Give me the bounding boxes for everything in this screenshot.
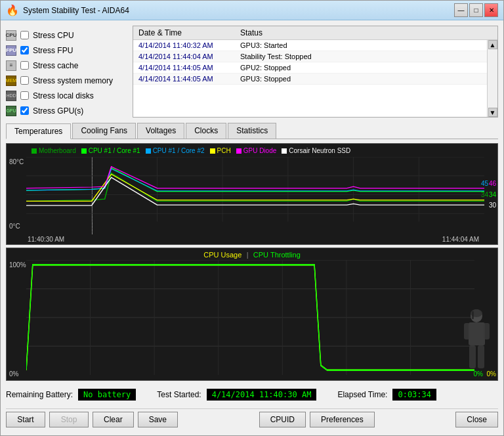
temp-chart-svg xyxy=(26,157,484,232)
stress-gpu-checkbox[interactable] xyxy=(20,106,29,115)
cpu-throttling-label: CPU Throttling xyxy=(253,251,301,259)
stress-memory-label: Stress system memory xyxy=(33,76,113,85)
scroll-down-btn[interactable]: ▼ xyxy=(488,108,497,117)
y-max-label: 80°C xyxy=(9,158,24,165)
stress-options-panel: CPU Stress CPU FPU Stress FPU ≡ Stress c… xyxy=(6,26,127,118)
preferences-button[interactable]: Preferences xyxy=(310,412,375,427)
legend-dot xyxy=(282,148,287,154)
log-body[interactable]: 4/14/2014 11:40:32 AM GPU3: Started 4/14… xyxy=(133,40,487,117)
log-status: GPU2: Stopped xyxy=(238,63,293,72)
charts-section: Motherboard CPU #1 / Core #1 CPU #1 / Co… xyxy=(6,143,498,381)
legend-label: Motherboard xyxy=(39,147,76,154)
character-svg xyxy=(459,308,495,380)
legend-label: PCH xyxy=(217,147,231,154)
legend-label: Corsair Neutron SSD xyxy=(289,147,350,154)
stress-memory-checkbox[interactable] xyxy=(20,76,29,85)
legend-dot xyxy=(81,148,87,154)
log-header: Date & Time Status xyxy=(133,26,497,40)
cpu-usage-label: CPU Usage xyxy=(203,251,242,259)
tab-cooling-fans[interactable]: Cooling Fans xyxy=(72,123,136,139)
log-panel: Date & Time Status 4/14/2014 11:40:32 AM… xyxy=(133,26,498,118)
legend-dot xyxy=(210,148,215,154)
stress-gpu-label: Stress GPU(s) xyxy=(33,106,83,116)
log-header-datetime: Date & Time xyxy=(136,28,238,38)
stress-fpu-checkbox[interactable] xyxy=(20,46,29,54)
cpu-chart-svg xyxy=(26,260,474,375)
window-title: System Stability Test - AIDA64 xyxy=(23,6,129,15)
log-time: 4/14/2014 11:44:05 AM xyxy=(136,74,238,83)
title-controls: — □ ✕ xyxy=(454,3,498,17)
elapsed-label: Elapsed Time: xyxy=(337,390,387,399)
svg-rect-22 xyxy=(464,323,470,339)
y-min-label: 0°C xyxy=(9,223,20,230)
cpu-separator: | xyxy=(247,251,249,259)
legend-dot xyxy=(236,148,242,154)
stress-cache-row: ≡ Stress cache xyxy=(6,58,127,72)
stop-button[interactable]: Stop xyxy=(49,412,89,427)
log-time: 4/14/2014 11:44:05 AM xyxy=(136,63,238,72)
gpu-icon: GPU xyxy=(6,106,16,116)
temperature-chart: Motherboard CPU #1 / Core #1 CPU #1 / Co… xyxy=(6,143,498,245)
tab-temperatures[interactable]: Temperatures xyxy=(6,123,71,139)
log-scrollbar[interactable]: ▲ ▼ xyxy=(487,40,497,117)
start-button[interactable]: Start xyxy=(6,412,45,427)
legend-core1: CPU #1 / Core #1 xyxy=(81,147,140,154)
tab-voltages[interactable]: Voltages xyxy=(137,123,184,139)
tab-clocks[interactable]: Clocks xyxy=(186,123,226,139)
legend-ssd: Corsair Neutron SSD xyxy=(282,147,350,154)
log-time: 4/14/2014 11:40:32 AM xyxy=(136,41,238,50)
log-header-status: Status xyxy=(238,28,265,38)
test-started-value: 4/14/2014 11:40:30 AM xyxy=(207,389,317,401)
top-section: CPU Stress CPU FPU Stress FPU ≡ Stress c… xyxy=(6,26,498,118)
stress-disk-checkbox[interactable] xyxy=(20,91,29,100)
log-status: Stability Test: Stopped xyxy=(238,52,314,61)
stress-fpu-label: Stress FPU xyxy=(33,46,73,55)
minimize-button[interactable]: — xyxy=(454,3,468,17)
log-row: 4/14/2014 11:40:32 AM GPU3: Started xyxy=(133,40,487,51)
chart-tabs: Temperatures Cooling Fans Voltages Clock… xyxy=(6,123,498,139)
svg-rect-25 xyxy=(478,345,484,368)
cpu-icon: CPU xyxy=(6,30,16,41)
log-time: 4/14/2014 11:44:04 AM xyxy=(136,52,238,61)
temp-value-34: 34 xyxy=(489,191,496,198)
legend-label: GPU Diode xyxy=(243,147,277,154)
clear-button[interactable]: Clear xyxy=(93,412,134,427)
stress-disk-row: HDD Stress local disks xyxy=(6,89,127,102)
legend-label: CPU #1 / Core #2 xyxy=(153,147,205,154)
close-button[interactable]: Close xyxy=(455,412,498,427)
x-start-label: 11:40:30 AM xyxy=(28,236,64,243)
log-status: GPU3: Stopped xyxy=(238,74,293,83)
stress-cache-checkbox[interactable] xyxy=(20,61,29,70)
legend-core2: CPU #1 / Core #2 xyxy=(146,147,205,154)
svg-rect-23 xyxy=(484,323,490,339)
temp-legend: Motherboard CPU #1 / Core #1 CPU #1 / Co… xyxy=(26,145,356,156)
legend-dot xyxy=(32,148,37,154)
legend-label: CPU #1 / Core #1 xyxy=(89,147,140,154)
scroll-up-btn[interactable]: ▲ xyxy=(488,40,497,49)
close-window-button[interactable]: ✕ xyxy=(484,3,498,17)
save-button[interactable]: Save xyxy=(138,412,178,427)
log-status: GPU3: Started xyxy=(238,41,290,50)
stress-cpu-checkbox[interactable] xyxy=(20,31,29,39)
legend-dot xyxy=(146,148,151,154)
svg-rect-21 xyxy=(469,322,485,345)
main-window: 🔥 System Stability Test - AIDA64 — □ ✕ C… xyxy=(0,0,504,436)
cpuid-button[interactable]: CPUID xyxy=(259,412,306,427)
disk-icon: HDD xyxy=(6,91,16,101)
bottom-toolbar: Start Stop Clear Save CPUID Preferences … xyxy=(6,408,498,430)
status-bar: Remaining Battery: No battery Test Start… xyxy=(6,385,498,404)
maximize-button[interactable]: □ xyxy=(469,3,483,17)
log-row: 4/14/2014 11:44:04 AM Stability Test: St… xyxy=(133,51,487,62)
cpu-chart-title: CPU Usage | CPU Throttling xyxy=(7,250,497,259)
tab-statistics[interactable]: Statistics xyxy=(228,123,276,139)
memory-icon: MEM xyxy=(6,76,16,86)
log-row: 4/14/2014 11:44:05 AM GPU3: Stopped xyxy=(133,74,487,85)
cpu-y-max: 100% xyxy=(9,261,26,269)
stress-disk-label: Stress local disks xyxy=(33,91,94,100)
app-icon: 🔥 xyxy=(6,4,19,16)
cache-icon: ≡ xyxy=(6,60,16,71)
legend-pch: PCH xyxy=(210,147,231,154)
svg-rect-24 xyxy=(469,345,476,368)
character-decoration xyxy=(459,308,495,380)
battery-value: No battery xyxy=(78,389,136,401)
